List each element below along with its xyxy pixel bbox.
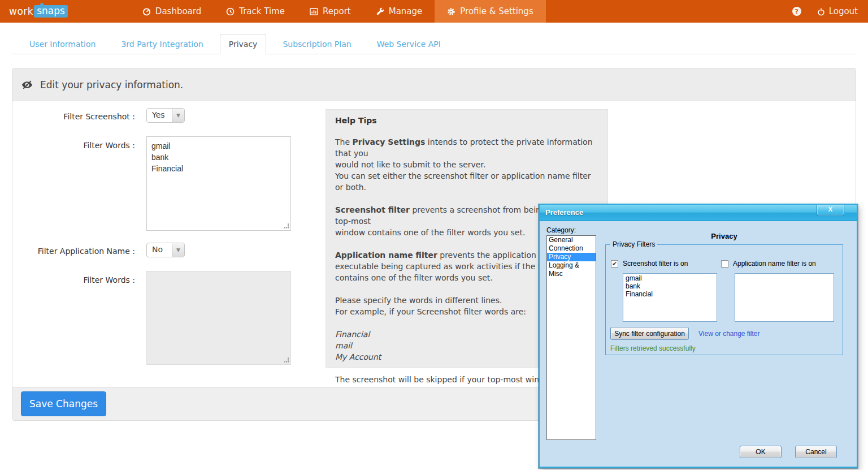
clock-icon: [226, 7, 235, 16]
navbar: work snaps Dashboard Track Time Report: [0, 0, 868, 23]
gear-icon: [447, 7, 455, 16]
logo-text-work: work: [9, 6, 33, 17]
category-item-logging-misc[interactable]: Logging & Misc: [547, 261, 596, 278]
tab-user-information[interactable]: User Information: [20, 34, 105, 54]
tab-subscription-plan[interactable]: Subscription Plan: [274, 34, 360, 54]
view-or-change-filter-link[interactable]: View or change filter: [698, 330, 760, 338]
logout-button[interactable]: Logout: [817, 6, 858, 16]
filter-word-item[interactable]: Financial: [626, 290, 714, 298]
filter-words2-label: Filter Words :: [12, 275, 135, 284]
nav-right: ? Logout: [792, 0, 868, 23]
nav-item-report[interactable]: Report: [297, 0, 363, 23]
app-name-filter-checkbox[interactable]: Application name filter is on: [721, 260, 816, 268]
help-paragraph: The Privacy Settings intends to protect …: [335, 136, 598, 193]
preference-dialog: Preference x Category: General Connectio…: [539, 204, 858, 468]
checkbox-unchecked-icon: [721, 260, 728, 268]
wrench-icon: [376, 7, 384, 16]
nav-item-label: Dashboard: [155, 6, 201, 16]
groupbox-legend: Privacy Filters: [610, 240, 657, 248]
filter-words-textarea[interactable]: gmail bank Financial: [146, 136, 291, 231]
panel-header: Edit your privacy information.: [12, 68, 856, 101]
tab-web-service-api[interactable]: Web Service API: [368, 34, 450, 54]
checkbox-label: Application name filter is on: [733, 260, 816, 268]
nav-item-profile-settings[interactable]: Profile & Settings: [435, 0, 545, 23]
filter-application-name-value: No: [147, 243, 172, 257]
panel-title: Edit your privacy information.: [40, 79, 183, 90]
worksnaps-logo[interactable]: work snaps: [9, 0, 68, 23]
filter-screenshot-select[interactable]: Yes ▼: [146, 108, 185, 123]
dashboard-icon: [142, 7, 151, 16]
filter-words-label: Filter Words :: [12, 141, 135, 150]
app-name-filter-words-listbox[interactable]: [735, 273, 834, 322]
category-label: Category:: [546, 226, 576, 234]
nav-item-manage[interactable]: Manage: [363, 0, 435, 23]
category-listbox: General Connection Privacy Logging & Mis…: [546, 235, 596, 440]
close-icon[interactable]: x: [817, 205, 844, 216]
power-icon: [817, 7, 825, 16]
help-tips-title: Help Tips: [335, 116, 598, 125]
nav-item-label: Profile & Settings: [460, 6, 533, 16]
tab-privacy[interactable]: Privacy: [220, 34, 267, 54]
checkbox-checked-icon: ✔: [611, 260, 618, 268]
checkbox-label: Screenshot filter is on: [623, 260, 688, 268]
nav-menu: Dashboard Track Time Report Manage: [130, 0, 546, 23]
dialog-page-title: Privacy: [605, 232, 843, 240]
cancel-button[interactable]: Cancel: [795, 446, 837, 458]
filter-application-name-select[interactable]: No ▼: [146, 243, 185, 257]
category-item-general[interactable]: General: [547, 236, 596, 244]
nav-item-label: Report: [323, 6, 351, 16]
filter-screenshot-value: Yes: [147, 109, 172, 122]
filter-words2-textarea-wrap: [146, 271, 291, 365]
nav-item-label: Manage: [389, 6, 423, 16]
filter-word-item[interactable]: gmail: [626, 274, 714, 282]
filter-screenshot-label: Filter Screenshot :: [12, 112, 135, 121]
screenshot-filter-checkbox[interactable]: ✔ Screenshot filter is on: [611, 260, 688, 268]
bar-chart-icon: [310, 7, 318, 16]
page: work snaps Dashboard Track Time Report: [0, 0, 868, 470]
filter-words-textarea-wrap: gmail bank Financial: [146, 136, 291, 231]
settings-tabs: User Information 3rd Party Integration P…: [12, 34, 856, 54]
logout-label: Logout: [829, 6, 858, 16]
category-item-privacy[interactable]: Privacy: [547, 253, 596, 261]
save-changes-button[interactable]: Save Changes: [21, 391, 106, 416]
nav-item-track-time[interactable]: Track Time: [214, 0, 297, 23]
category-item-connection[interactable]: Connection: [547, 244, 596, 253]
dialog-titlebar[interactable]: Preference: [540, 205, 857, 221]
help-icon[interactable]: ?: [792, 7, 801, 16]
eye-slash-icon: [21, 80, 33, 90]
filter-application-name-label: Filter Application Name :: [12, 247, 135, 256]
nav-item-label: Track Time: [239, 6, 285, 16]
filter-word-item[interactable]: bank: [626, 282, 714, 290]
dropdown-arrow-icon: ▼: [172, 243, 184, 257]
nav-item-dashboard[interactable]: Dashboard: [130, 0, 214, 23]
screenshot-filter-words-listbox[interactable]: gmail bank Financial: [623, 273, 717, 322]
dropdown-arrow-icon: ▼: [172, 109, 184, 122]
logo-text-snaps: snaps: [34, 5, 68, 18]
sync-filter-configuration-button[interactable]: Sync filter configuration: [610, 327, 689, 340]
ok-button[interactable]: OK: [740, 446, 782, 458]
tab-3rd-party-integration[interactable]: 3rd Party Integration: [112, 34, 212, 54]
filters-status-message: Filters retrieved successfully: [610, 344, 696, 352]
filter-words2-textarea[interactable]: [146, 271, 291, 365]
